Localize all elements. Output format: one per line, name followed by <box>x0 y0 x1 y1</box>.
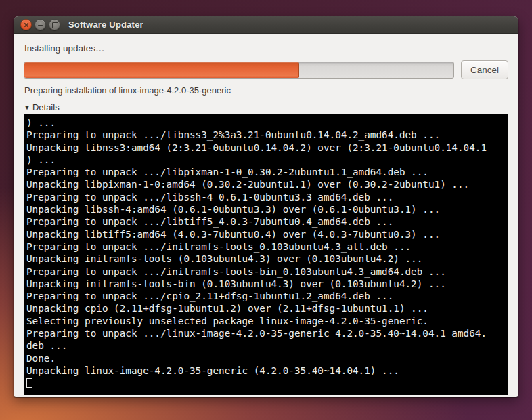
details-expander[interactable]: ▼ Details <box>24 102 60 112</box>
terminal-line: Unpacking libtiff5:amd64 (4.0.3-7ubuntu0… <box>26 228 506 240</box>
terminal-line: Unpacking initramfs-tools (0.103ubuntu4.… <box>26 253 506 265</box>
cancel-button[interactable]: Cancel <box>461 60 508 79</box>
terminal-line: Selecting previously unselected package … <box>26 315 506 327</box>
terminal-line: Unpacking libnss3:amd64 (2:3.21-0ubuntu0… <box>26 142 506 154</box>
software-updater-window: Software Updater Installing updates… Can… <box>14 16 518 397</box>
terminal-line: ) ... <box>26 117 506 129</box>
installing-updates-heading: Installing updates… <box>24 43 508 54</box>
close-button[interactable] <box>20 19 32 30</box>
dialog-content: Installing updates… Cancel Preparing ins… <box>14 43 518 395</box>
terminal-line: Unpacking libssh-4:amd64 (0.6.1-0ubuntu3… <box>26 203 506 215</box>
terminal-line: Preparing to unpack .../linux-image-4.2.… <box>26 327 506 339</box>
terminal-line: Preparing to unpack .../libpixman-1-0_0.… <box>26 166 506 178</box>
terminal-line: Preparing to unpack .../libssh-4_0.6.1-0… <box>26 191 506 203</box>
terminal-line: Unpacking linux-image-4.2.0-35-generic (… <box>26 364 506 377</box>
terminal-lines: ) ...Preparing to unpack .../libnss3_2%3… <box>26 117 506 377</box>
terminal-line: Unpacking initramfs-tools-bin (0.103ubun… <box>26 278 506 290</box>
terminal-line: ) ... <box>26 154 506 166</box>
progress-row: Cancel <box>24 60 508 79</box>
details-label: Details <box>32 102 60 112</box>
progress-bar <box>24 62 454 79</box>
terminal-line: Unpacking libpixman-1-0:amd64 (0.30.2-2u… <box>26 178 506 190</box>
terminal-line: Preparing to unpack .../libnss3_2%3a3.21… <box>26 129 506 141</box>
terminal-line: Unpacking cpio (2.11+dfsg-1ubuntu1.2) ov… <box>26 302 506 314</box>
terminal-line: Done. <box>26 352 506 364</box>
terminal-line: Preparing to unpack .../cpio_2.11+dfsg-1… <box>26 290 506 302</box>
terminal-line: Preparing to unpack .../initramfs-tools_… <box>26 240 506 253</box>
maximize-button[interactable] <box>49 19 60 30</box>
terminal-output[interactable]: ) ...Preparing to unpack .../libnss3_2%3… <box>24 114 508 395</box>
minimize-button[interactable] <box>35 19 46 30</box>
terminal-cursor <box>26 378 32 388</box>
progress-fill <box>24 62 299 78</box>
window-title: Software Updater <box>68 20 143 30</box>
titlebar[interactable]: Software Updater <box>14 16 518 34</box>
terminal-line: deb ... <box>26 339 506 352</box>
expander-arrow-icon: ▼ <box>24 104 30 111</box>
terminal-line: Preparing to unpack .../initramfs-tools-… <box>26 266 506 278</box>
status-text: Preparing installation of linux-image-4.… <box>24 85 508 96</box>
terminal-line: Preparing to unpack .../libtiff5_4.0.3-7… <box>26 215 506 228</box>
